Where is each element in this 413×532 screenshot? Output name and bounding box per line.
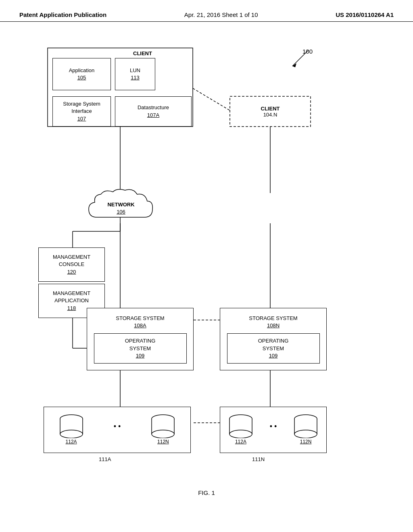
- clientN-box: CLIENT 104.N: [230, 96, 311, 127]
- disk-group-n-label: 111N: [252, 456, 265, 462]
- network-cloud: NETWORK 106: [85, 187, 157, 229]
- management-console-box: MANAGEMENT CONSOLE 120: [38, 247, 105, 282]
- header-right: US 2016/0110264 A1: [336, 11, 394, 18]
- fig-label: FIG. 1: [0, 489, 413, 496]
- storage-system-a-box: STORAGE SYSTEM 108A OPERATING SYSTEM 109: [87, 308, 194, 370]
- svg-line-16: [193, 88, 230, 110]
- svg-point-33: [229, 430, 252, 438]
- header-center: Apr. 21, 2016 Sheet 1 of 10: [184, 11, 258, 18]
- svg-point-28: [152, 430, 174, 438]
- lun-box: LUN 113: [115, 58, 155, 90]
- svg-point-38: [294, 430, 317, 438]
- svg-line-17: [292, 50, 309, 66]
- application-box: Application 105: [52, 58, 111, 90]
- disk-group-n-box: 112A • • 112N: [220, 407, 327, 453]
- disk-group-a-label: 111A: [99, 456, 111, 462]
- header-left: Patent Application Publication: [19, 11, 106, 18]
- storage-system-n-box: STORAGE SYSTEM 108N OPERATING SYSTEM 109: [220, 308, 327, 370]
- diagram-area: 100 CLIENT 104.1 Application 105 LUN 113…: [0, 26, 413, 485]
- disk-group-a-box: 112A • • 112N: [44, 407, 191, 453]
- page-header: Patent Application Publication Apr. 21, …: [0, 0, 413, 22]
- svg-point-23: [60, 430, 83, 438]
- datastructure-box: Datastructure 107A: [115, 96, 192, 127]
- network-label: NETWORK 106: [93, 201, 149, 216]
- storage-system-interface-box: Storage System Interface 107: [52, 96, 111, 127]
